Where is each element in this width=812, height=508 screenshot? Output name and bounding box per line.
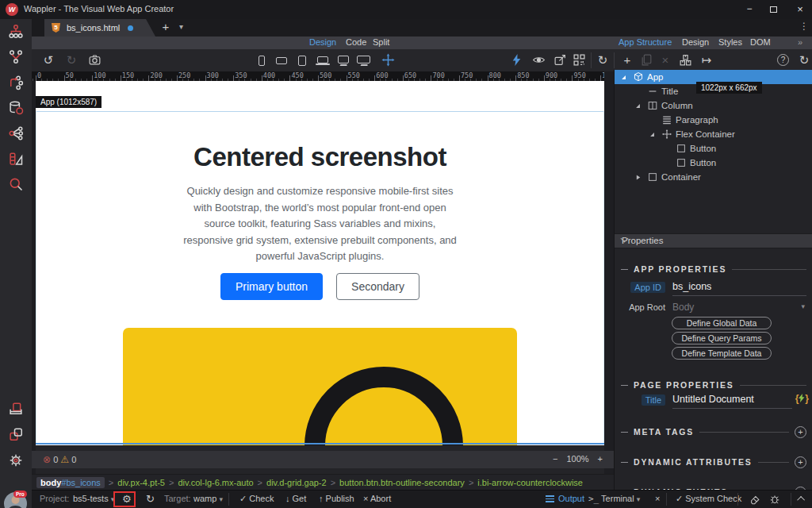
fluid-resize-icon[interactable] — [381, 53, 395, 67]
maximize-button[interactable] — [770, 6, 777, 13]
zoom-out-button[interactable]: − — [553, 454, 557, 464]
api-icon[interactable] — [8, 125, 24, 141]
refresh-project-icon[interactable]: ↻ — [146, 493, 155, 505]
dynamic-data-picker-icon[interactable]: {} — [795, 393, 809, 404]
breadcrumb-item[interactable]: button.btn.btn-outline-secondary — [339, 478, 465, 487]
device-laptop-icon[interactable] — [317, 56, 328, 64]
hero-image[interactable] — [123, 328, 517, 445]
warnings-icon[interactable]: ⚠ — [60, 454, 69, 465]
tree-expand-open-icon[interactable] — [634, 102, 642, 110]
target-selector[interactable]: wamp ▾ — [193, 494, 223, 503]
page-title-input[interactable]: Untitled Document — [672, 394, 792, 409]
close-terminal-icon[interactable]: × — [655, 494, 660, 503]
add-icon[interactable]: + — [795, 456, 806, 468]
tree-item-paragraph[interactable]: Paragraph — [615, 113, 812, 127]
close-button[interactable]: × — [793, 2, 807, 17]
add-icon[interactable]: + — [795, 426, 806, 438]
file-tab[interactable]: 5 bs_icons.html — [44, 19, 155, 37]
refresh-structure-icon[interactable]: ↻ — [797, 53, 811, 67]
system-check-button[interactable]: ✓ System Check — [676, 494, 741, 504]
kebab-menu-icon[interactable]: ⋮ — [799, 21, 809, 32]
output-button[interactable]: Output — [546, 494, 584, 503]
app-connect-icon[interactable] — [8, 24, 24, 40]
new-tab-button[interactable]: + — [159, 20, 173, 33]
tree-item-column[interactable]: Column — [615, 98, 812, 113]
panel-tab-styles[interactable]: Styles — [718, 37, 742, 47]
database-icon[interactable] — [8, 100, 24, 116]
export-icon[interactable]: ↦ — [699, 53, 714, 67]
debug-bug-icon[interactable] — [769, 494, 780, 505]
breadcrumb-item[interactable]: div.d-grid.gap-2 — [266, 478, 327, 487]
ruler-tick-label: 100 — [94, 71, 105, 79]
packages-icon[interactable] — [678, 53, 692, 67]
minimize-button[interactable]: − — [742, 2, 756, 17]
breadcrumb-item[interactable]: div.px-4.pt-5 — [117, 478, 165, 487]
qr-code-icon[interactable] — [572, 53, 586, 67]
breadcrumb-root[interactable]: body#bs_icons — [36, 477, 105, 488]
get-button[interactable]: ↓ Get — [285, 494, 306, 503]
design-canvas[interactable]: App (1012x587) Centered screenshot Quick… — [36, 81, 604, 445]
settings-icon[interactable] — [8, 452, 24, 468]
design-icon[interactable] — [8, 151, 24, 167]
tree-expand-closed-icon[interactable] — [634, 173, 642, 182]
panel-overflow-icon[interactable]: » — [798, 37, 802, 47]
secondary-button[interactable]: Secondary — [336, 273, 419, 300]
device-large-desktop-icon[interactable] — [357, 56, 370, 64]
panel-tab-design[interactable]: Design — [682, 37, 709, 47]
check-button[interactable]: ✓ Check — [239, 494, 274, 504]
device-tablet-icon[interactable] — [298, 56, 306, 66]
app-id-label: App ID — [630, 282, 665, 293]
primary-button[interactable]: Primary button — [220, 273, 323, 300]
panel-tab-dom[interactable]: DOM — [750, 37, 771, 47]
screenshot-camera-icon[interactable] — [87, 53, 102, 67]
dynamic-data-bolt-icon[interactable] — [509, 53, 523, 67]
view-mode-code[interactable]: Code — [346, 37, 366, 47]
undo-icon[interactable]: ↺ — [41, 53, 56, 67]
app-id-input[interactable]: bs_icons — [672, 281, 806, 296]
tree-expand-open-icon[interactable] — [619, 73, 628, 82]
errors-icon[interactable]: ⊗ — [43, 454, 51, 465]
app-root-select[interactable]: Body ▾ — [672, 302, 806, 313]
tree-item-button[interactable]: Button — [615, 156, 812, 170]
search-icon[interactable] — [8, 176, 24, 192]
page-paragraph[interactable]: Quickly design and customize responsive … — [182, 183, 458, 265]
device-phone-landscape-icon[interactable] — [276, 57, 287, 64]
properties-header[interactable]: Properties — [615, 233, 812, 248]
tree-item-flex-container[interactable]: Flex Container — [615, 127, 812, 141]
app-structure-panel: AppTitleColumnParagraphFlex ContainerBut… — [614, 70, 812, 508]
tree-item-button[interactable]: Button — [615, 141, 812, 156]
page-heading[interactable]: Centered screenshot — [36, 142, 604, 172]
project-selector[interactable]: bs5-tests ▾ — [73, 494, 114, 503]
panel-tab-app-structure[interactable]: App Structure — [619, 37, 672, 47]
breadcrumb-item[interactable]: i.bi-arrow-counterclockwise — [477, 478, 583, 487]
breadcrumb-item[interactable]: div.col-lg-6.mx-auto — [178, 478, 253, 487]
preview-eye-icon[interactable] — [531, 53, 546, 67]
device-phone-icon[interactable] — [259, 56, 265, 66]
tab-list-caret-icon[interactable]: ▾ — [179, 22, 183, 31]
device-desktop-icon[interactable] — [338, 56, 349, 64]
redo-icon[interactable]: ↻ — [64, 53, 79, 67]
define-query-params-button[interactable]: Define Query Params — [672, 332, 772, 344]
routing-icon[interactable] — [8, 75, 24, 90]
define-global-data-button[interactable]: Define Global Data — [672, 317, 772, 329]
refresh-canvas-icon[interactable]: ↻ — [596, 53, 610, 67]
extensions-icon[interactable] — [8, 426, 24, 442]
tree-expand-open-icon[interactable] — [648, 130, 657, 139]
publish-button[interactable]: ↑ Publish — [319, 494, 354, 503]
tree-item-container[interactable]: Container — [615, 170, 812, 184]
help-icon[interactable]: ? — [777, 54, 789, 66]
view-mode-design[interactable]: Design — [309, 37, 336, 47]
delete-component-icon[interactable]: × — [658, 53, 672, 67]
duplicate-icon[interactable] — [639, 53, 653, 67]
add-component-icon[interactable]: + — [620, 53, 634, 67]
deploy-icon[interactable] — [8, 401, 24, 417]
terminal-button[interactable]: >_ Terminal ▾ — [588, 494, 640, 504]
abort-button[interactable]: × Abort — [363, 494, 391, 503]
clear-output-eraser-icon[interactable] — [749, 494, 760, 505]
zoom-in-button[interactable]: + — [598, 454, 603, 464]
open-in-browser-icon[interactable] — [553, 53, 567, 67]
view-mode-split[interactable]: Split — [373, 37, 389, 47]
collapse-panel-chevron-icon[interactable] — [799, 494, 805, 503]
flows-icon[interactable] — [8, 49, 24, 65]
define-template-data-button[interactable]: Define Template Data — [672, 347, 772, 360]
